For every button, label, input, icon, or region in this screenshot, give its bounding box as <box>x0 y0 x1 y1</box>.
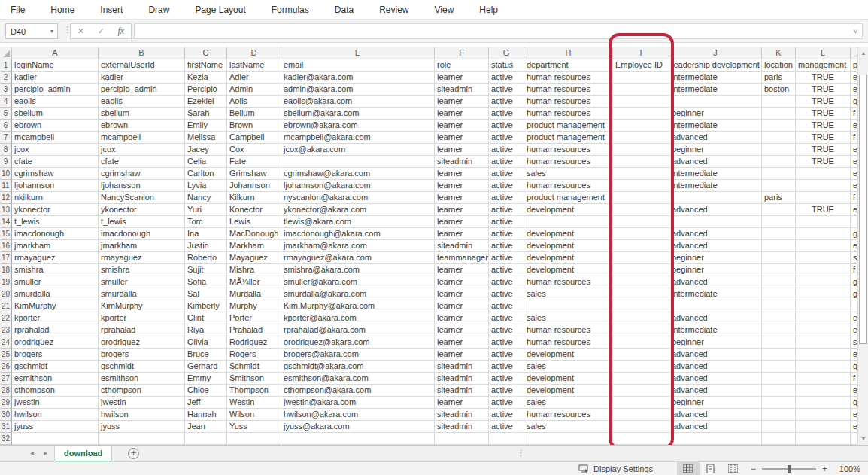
cell-G5[interactable]: active <box>489 108 524 120</box>
cell-L24[interactable] <box>796 336 851 349</box>
col-header-B[interactable]: B <box>99 47 185 59</box>
zoom-slider-thumb[interactable] <box>788 465 791 473</box>
cell-H27[interactable]: development <box>524 373 613 385</box>
normal-view-button[interactable] <box>677 462 700 475</box>
cell-J9[interactable]: advanced <box>669 156 762 168</box>
cell-F23[interactable]: learner <box>435 324 489 336</box>
cell-I32[interactable] <box>613 433 669 445</box>
cell-A12[interactable]: nkilkurn <box>12 192 99 204</box>
cell-F28[interactable]: siteadmin <box>435 385 489 397</box>
cell-L27[interactable] <box>796 373 851 385</box>
splitter-dots-icon[interactable]: ⋮ <box>517 449 525 457</box>
cell-E17[interactable]: rmayaguez@akara.com <box>281 252 435 264</box>
cell-H20[interactable]: sales <box>524 288 613 300</box>
cell-J1[interactable]: leadership development <box>669 59 762 72</box>
col-header-E[interactable]: E <box>281 47 435 59</box>
cell-sliver-24[interactable]: s <box>851 336 857 349</box>
cell-F8[interactable]: learner <box>435 144 489 156</box>
cell-E12[interactable]: nyscanlon@akara.com <box>281 192 435 204</box>
cell-I31[interactable] <box>613 421 669 433</box>
cell-G11[interactable]: active <box>489 180 524 192</box>
cell-sliver-1[interactable]: p <box>851 59 857 72</box>
col-header-sliver[interactable] <box>851 47 857 59</box>
col-header-D[interactable]: D <box>227 47 281 59</box>
menu-tab-draw[interactable]: Draw <box>145 5 172 15</box>
cell-E10[interactable]: cgrimshaw@akara.com <box>281 168 435 180</box>
cell-L23[interactable] <box>796 324 851 336</box>
cell-D10[interactable]: Grimshaw <box>227 168 281 180</box>
cell-H1[interactable]: department <box>524 59 613 72</box>
cell-A21[interactable]: KimMurphy <box>12 300 99 312</box>
cell-L15[interactable] <box>796 228 851 240</box>
cell-A2[interactable]: kadler <box>12 72 99 84</box>
cell-G6[interactable]: active <box>489 120 524 132</box>
cell-sliver-25[interactable]: e <box>851 349 857 361</box>
cell-L7[interactable]: TRUE <box>796 132 851 144</box>
col-header-C[interactable]: C <box>185 47 227 59</box>
col-header-K[interactable]: K <box>762 47 796 59</box>
cell-B4[interactable]: eaolis <box>99 96 185 108</box>
cell-C10[interactable]: Carlton <box>185 168 227 180</box>
cell-E8[interactable]: jcox@akara.com <box>281 144 435 156</box>
cell-D13[interactable]: Konector <box>227 204 281 216</box>
cell-K14[interactable] <box>762 216 796 228</box>
cell-K3[interactable]: boston <box>762 84 796 96</box>
cell-D12[interactable]: Kilkurn <box>227 192 281 204</box>
cell-L6[interactable]: TRUE <box>796 120 851 132</box>
cell-G9[interactable]: active <box>489 156 524 168</box>
cell-L18[interactable] <box>796 264 851 276</box>
row-header-27[interactable]: 27 <box>0 373 12 385</box>
cell-I27[interactable] <box>613 373 669 385</box>
cell-L19[interactable] <box>796 276 851 288</box>
sheet-nav-prev-icon[interactable]: ◂ <box>30 449 34 457</box>
name-box[interactable]: D40 ▾ <box>5 23 58 39</box>
cell-E22[interactable]: kporter@akara.com <box>281 312 435 324</box>
cell-K28[interactable] <box>762 385 796 397</box>
cell-J6[interactable]: intermediate <box>669 120 762 132</box>
row-header-24[interactable]: 24 <box>0 336 12 349</box>
cell-C25[interactable]: Bruce <box>185 349 227 361</box>
cell-A5[interactable]: sbellum <box>12 108 99 120</box>
cell-C21[interactable]: Kimberly <box>185 300 227 312</box>
cell-A26[interactable]: gschmidt <box>12 361 99 373</box>
cell-sliver-17[interactable]: s <box>851 252 857 264</box>
cell-G30[interactable]: active <box>489 409 524 421</box>
cell-L2[interactable]: TRUE <box>796 72 851 84</box>
cell-F3[interactable]: siteadmin <box>435 84 489 96</box>
cell-G24[interactable]: active <box>489 336 524 349</box>
cell-J4[interactable] <box>669 96 762 108</box>
cell-J15[interactable]: advanced <box>669 228 762 240</box>
cell-D24[interactable]: Rodriguez <box>227 336 281 349</box>
cell-L32[interactable] <box>796 433 851 445</box>
cell-sliver-15[interactable]: g <box>851 228 857 240</box>
cell-A10[interactable]: cgrimshaw <box>12 168 99 180</box>
cell-K5[interactable] <box>762 108 796 120</box>
cell-A28[interactable]: cthompson <box>12 385 99 397</box>
cell-A7[interactable]: mcampbell <box>12 132 99 144</box>
cell-D19[interactable]: MÃ¼ller <box>227 276 281 288</box>
cell-B15[interactable]: imacdonough <box>99 228 185 240</box>
cell-sliver-8[interactable]: e <box>851 144 857 156</box>
cell-C6[interactable]: Emily <box>185 120 227 132</box>
cell-sliver-10[interactable]: e <box>851 168 857 180</box>
cell-E6[interactable]: ebrown@akara.com <box>281 120 435 132</box>
cell-sliver-28[interactable]: e <box>851 385 857 397</box>
cell-E25[interactable]: brogers@akara.com <box>281 349 435 361</box>
cell-A18[interactable]: smishra <box>12 264 99 276</box>
cell-D8[interactable]: Cox <box>227 144 281 156</box>
cell-H29[interactable]: sales <box>524 397 613 409</box>
confirm-entry-icon[interactable]: ✓ <box>98 26 105 36</box>
cell-sliver-11[interactable]: e <box>851 180 857 192</box>
cell-C19[interactable]: Sofia <box>185 276 227 288</box>
display-settings-button[interactable]: Display Settings <box>578 464 653 473</box>
cell-G8[interactable]: active <box>489 144 524 156</box>
cell-A23[interactable]: rprahalad <box>12 324 99 336</box>
cell-B3[interactable]: percipio_admin <box>99 84 185 96</box>
cell-F17[interactable]: teammanager <box>435 252 489 264</box>
cell-I16[interactable] <box>613 240 669 252</box>
cell-sliver-23[interactable]: e <box>851 324 857 336</box>
row-header-14[interactable]: 14 <box>0 216 12 228</box>
cell-F15[interactable]: learner <box>435 228 489 240</box>
cell-C16[interactable]: Justin <box>185 240 227 252</box>
cell-B14[interactable]: t_lewis <box>99 216 185 228</box>
